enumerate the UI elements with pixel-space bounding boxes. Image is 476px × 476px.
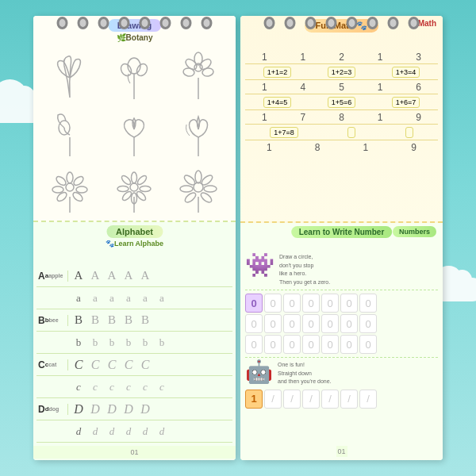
math-num: 8 [332,112,350,123]
svg-point-31 [199,191,213,204]
alpha-practice-C: C C C C C [68,358,231,372]
spiral-ring [326,17,337,29]
svg-point-26 [121,175,132,186]
svg-point-25 [117,186,129,192]
alpha-char: b [105,336,119,349]
section-alphabet: Alphabet 🐾Learn Alphabe Aa apple A A A A… [33,222,236,460]
books-container: Drawing 🌿Botany [33,16,443,460]
flower-cell [104,163,165,216]
trace-digit: 0 [302,314,320,333]
alpha-char: c [155,381,169,393]
svg-point-2 [135,62,149,78]
svg-point-1 [119,62,133,78]
zero-block: 👾 Draw a circle,don't you stoplike a her… [245,253,438,290]
zero-trace-row-3: 0 0 0 0 0 0 0 [245,335,438,354]
math-eq: 1+6=7 [392,97,420,108]
plant-svg-5 [113,107,156,159]
monster-one: 🤖 [245,361,273,383]
math-num: 4 [294,82,312,93]
svg-point-28 [195,171,202,183]
section-drawing: Drawing 🌿Botany [33,16,236,222]
trace-digit: / [359,390,377,409]
spiral-ring [264,17,275,29]
alpha-letter-Dd: Dd dog [38,404,68,415]
math-num: 9 [410,112,428,123]
plant-svg-6 [177,107,221,159]
spiral-ring [119,17,130,29]
math-num: 3 [410,52,428,63]
math-num: 1 [260,142,278,153]
math-content: 1 1 2 1 3 1+1=2 1+2=3 1+3=4 1 4 5 1 [240,33,443,204]
flower-cell [40,106,101,159]
svg-point-13 [76,186,87,193]
spiral-ring [78,17,89,29]
alpha-char: d [155,425,169,438]
alpha-char: d [121,425,136,438]
spiral-ring [367,17,378,29]
alpha-char: a [155,292,169,305]
math-num: 1 [294,52,312,63]
alpha-char: C [105,358,119,372]
one-trace-row-1: 1 / / / / / / [245,390,438,409]
svg-point-21 [140,186,151,192]
plant-svg-7 [48,163,92,215]
alpha-char: a [105,292,119,305]
math-num: 1 [255,52,273,63]
spiral-ring [388,17,399,29]
alpha-rows: Aa apple A A A A A a a a a [33,236,236,446]
alpha-row-aa: a a a a a a [36,287,232,309]
alpha-char: D [105,402,119,416]
alpha-practice-c: c c c c c c [68,381,231,393]
svg-point-12 [72,175,85,187]
spiral-ring [57,17,68,29]
svg-point-18 [130,183,138,191]
math-num-row-1: 1 1 2 1 3 [245,51,438,64]
math-eq: 1+3=4 [392,67,420,78]
svg-point-17 [55,175,67,187]
alpha-practice-B: B B B B B [68,313,231,327]
trace-digit: / [340,390,358,409]
flower-cell [104,106,165,159]
zero-trace-section: 0 0 0 0 0 0 0 0 0 0 0 0 0 [245,294,438,354]
alpha-practice-b: b b b b b b [68,336,231,349]
alpha-practice-D: D D D D D [68,402,231,416]
math-num: 1 [255,112,273,123]
math-num-row-4: 1 8 1 9 [245,141,438,154]
plant-svg-4 [48,107,92,159]
alpha-char: b [88,336,102,349]
alpha-char: B [105,313,119,327]
trace-digit: 0 [340,335,358,354]
math-eq: 1+5=6 [328,97,356,108]
math-eq [347,127,355,138]
trace-digit: 0 [321,335,339,354]
alpha-char: c [138,381,152,393]
alpha-char: b [71,336,86,349]
math-eq: 1+4=5 [263,97,292,108]
page-num-book1: 01 [33,446,236,459]
trace-digit: 0 [264,294,282,313]
alpha-char: b [138,336,152,349]
svg-point-19 [132,172,137,183]
alpha-practice-a: a a a a a a [68,292,231,305]
trace-digit: 0 [264,335,282,354]
math-eq-row-1: 1+1=2 1+2=3 1+3=4 [245,65,438,80]
math-num: 2 [332,52,350,63]
alpha-row-Cc: Cc cat C C C C C [36,354,232,376]
trace-digit: / [283,390,301,409]
alpha-char: d [88,425,102,438]
math-num: 1 [255,82,273,93]
alpha-char: D [138,402,152,416]
alpha-row-Bb: Bb bee B B B B B [36,309,232,332]
alpha-letter-Bb: Bb bee [38,315,68,326]
trace-digit: 0 [321,294,339,313]
trace-digit: 0 [245,314,263,333]
flower-cell [40,163,101,216]
alpha-char: c [71,381,86,393]
alpha-char: B [121,313,136,327]
drawing-area [33,32,236,221]
alpha-char: a [138,292,152,305]
numbers-header: Numbers [393,226,436,237]
alpha-char: a [71,292,86,305]
math-eq: 1+7=8 [270,127,298,138]
alpha-char: c [88,381,102,393]
